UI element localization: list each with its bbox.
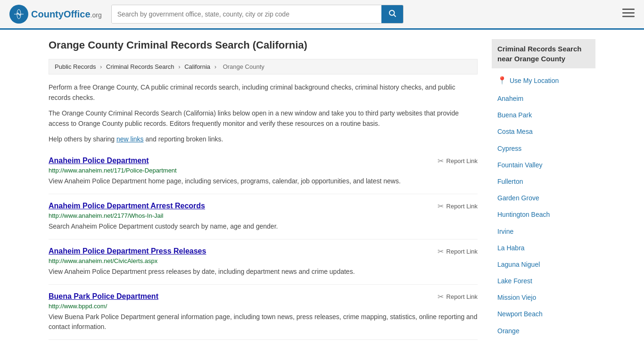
main-content: Orange County Criminal Records Search (C… <box>49 39 478 340</box>
location-icon: 📍 <box>497 76 507 85</box>
sidebar-link-buena-park[interactable]: Buena Park <box>492 107 595 123</box>
result-desc-2: View Anaheim Police Department press rel… <box>49 267 478 277</box>
results-list: Anaheim Police Department ✂ Report Link … <box>49 149 478 340</box>
breadcrumb-california[interactable]: California <box>184 63 210 70</box>
svg-point-3 <box>389 10 395 16</box>
svg-rect-5 <box>622 8 635 10</box>
search-input[interactable] <box>112 5 381 23</box>
result-item: Anaheim Police Department Press Releases… <box>49 239 478 285</box>
description-2: The Orange County Criminal Records Searc… <box>49 108 478 129</box>
use-location-label: Use My Location <box>510 77 559 84</box>
sidebar-link-newport-beach[interactable]: Newport Beach <box>492 306 595 322</box>
report-icon-3: ✂ <box>438 292 444 301</box>
result-url-3[interactable]: http://www.bppd.com/ <box>49 303 478 310</box>
sidebar-link-anaheim[interactable]: Anaheim <box>492 90 595 107</box>
sidebar-link-laguna-niguel[interactable]: Laguna Niguel <box>492 256 595 273</box>
result-item: Anaheim Police Department Arrest Records… <box>49 194 478 239</box>
new-links-link[interactable]: new links <box>116 135 144 143</box>
sidebar-links-list: AnaheimBuena ParkCosta MesaCypressFounta… <box>492 90 595 339</box>
report-link-0[interactable]: ✂ Report Link <box>438 156 478 165</box>
svg-line-4 <box>394 15 396 16</box>
result-title-0[interactable]: Anaheim Police Department <box>49 156 149 165</box>
sidebar-header: Criminal Records Search near Orange Coun… <box>492 39 595 68</box>
menu-button[interactable] <box>622 7 635 22</box>
search-bar <box>111 5 404 24</box>
sidebar-link-cypress[interactable]: Cypress <box>492 140 595 157</box>
logo-text: CountyOffice.org <box>31 9 102 20</box>
result-desc-3: View Buena Park Police Department genera… <box>49 312 478 332</box>
report-link-2[interactable]: ✂ Report Link <box>438 247 478 256</box>
use-location-button[interactable]: 📍 Use My Location <box>492 73 595 88</box>
report-link-1[interactable]: ✂ Report Link <box>438 202 478 211</box>
breadcrumb-criminal-records[interactable]: Criminal Records Search <box>106 63 174 70</box>
sidebar-link-garden-grove[interactable]: Garden Grove <box>492 190 595 206</box>
result-url-0[interactable]: http://www.anaheim.net/171/Police-Depart… <box>49 167 478 174</box>
result-url-2[interactable]: http://www.anaheim.net/CivicAlerts.aspx <box>49 257 478 264</box>
sidebar-link-fullerton[interactable]: Fullerton <box>492 173 595 190</box>
report-icon-1: ✂ <box>438 202 444 211</box>
breadcrumb-public-records[interactable]: Public Records <box>55 63 96 70</box>
result-desc-0: View Anaheim Police Department home page… <box>49 176 478 186</box>
sidebar-link-lake-forest[interactable]: Lake Forest <box>492 273 595 289</box>
sidebar-link-fountain-valley[interactable]: Fountain Valley <box>492 157 595 173</box>
report-link-3[interactable]: ✂ Report Link <box>438 292 478 301</box>
result-title-1[interactable]: Anaheim Police Department Arrest Records <box>49 202 205 210</box>
result-item: Anaheim Police Department ✂ Report Link … <box>49 149 478 194</box>
description-3: Help others by sharing new links and rep… <box>49 134 478 144</box>
breadcrumb-current: Orange County <box>223 63 264 70</box>
result-url-1[interactable]: http://www.anaheim.net/2177/Whos-In-Jail <box>49 212 478 219</box>
svg-rect-6 <box>622 12 635 14</box>
report-icon-0: ✂ <box>438 156 444 165</box>
sidebar-link-costa-mesa[interactable]: Costa Mesa <box>492 123 595 140</box>
logo[interactable]: CountyOffice.org <box>9 5 102 24</box>
sidebar-link-mission-viejo[interactable]: Mission Viejo <box>492 289 595 306</box>
sidebar: Criminal Records Search near Orange Coun… <box>492 39 595 340</box>
result-title-3[interactable]: Buena Park Police Department <box>49 292 158 301</box>
sidebar-link-la-habra[interactable]: La Habra <box>492 240 595 256</box>
logo-icon <box>9 5 28 24</box>
result-title-2[interactable]: Anaheim Police Department Press Releases <box>49 247 206 255</box>
svg-rect-7 <box>622 16 635 17</box>
sidebar-link-huntington-beach[interactable]: Huntington Beach <box>492 206 595 223</box>
description-1: Perform a free Orange County, CA public … <box>49 82 478 103</box>
page-title: Orange County Criminal Records Search (C… <box>49 39 478 51</box>
search-button[interactable] <box>381 5 403 23</box>
sidebar-link-irvine[interactable]: Irvine <box>492 223 595 240</box>
breadcrumb: Public Records › Criminal Records Search… <box>49 59 478 74</box>
report-icon-2: ✂ <box>438 247 444 256</box>
result-desc-1: Search Anaheim Police Department custody… <box>49 222 478 231</box>
result-item: Buena Park Police Department ✂ Report Li… <box>49 285 478 340</box>
sidebar-link-orange[interactable]: Orange <box>492 323 595 339</box>
